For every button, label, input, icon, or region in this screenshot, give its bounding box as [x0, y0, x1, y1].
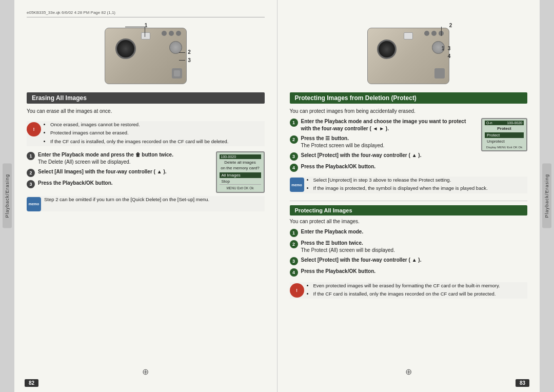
screen-option2: Stop [220, 179, 261, 185]
caution-icon-left: ! [27, 122, 41, 136]
step-3-bold: Press the Playback/OK button. [38, 180, 113, 186]
crosshair-left: ⊕ [142, 367, 149, 377]
step-r4-bold: Press the Playback/OK button. [301, 164, 376, 169]
step-r2-2-bold: Press the ☰ button twice. [301, 240, 363, 246]
memo-box-right: memo Select [Unprotect] in step 3 above … [290, 177, 528, 193]
memo-text-right: Select [Unprotect] in step 3 above to re… [307, 177, 488, 193]
step-num-r2-2: 2 [290, 240, 298, 248]
intro-text-left: You can erase all the images at once. [27, 108, 265, 115]
divider-right [290, 201, 528, 201]
memo-item-2: If the image is protected, the symbol is… [313, 185, 488, 191]
step-1-sub: The Delete (All) screen will be displaye… [38, 159, 131, 165]
step-r2: 2 Press the ☰ button. The Protect screen… [290, 135, 478, 149]
trash-icon: 🗑 [135, 152, 141, 158]
screen-footer: MENU Exit OK Ok [220, 186, 261, 190]
caution-box-right: ! Even protected images will be erased b… [290, 282, 528, 299]
callout-r1: 1 [442, 46, 445, 51]
memo-box-left: memo Step 2 can be omitted if you turn o… [27, 196, 265, 211]
step-content-r2-1: Enter the Playback mode. [301, 228, 528, 236]
step-num-r2: 2 [290, 135, 298, 144]
camera-area-right: 2 1 3 4 [290, 23, 528, 89]
control-inner [174, 70, 180, 76]
steps-area-right: 1 Enter the Playback mode and choose the… [290, 118, 528, 174]
step-content-3: Press the Playback/OK button. [38, 180, 212, 187]
step-content-r2: Press the ☰ button. The Protect screen w… [301, 135, 478, 149]
side-tab-left: Playback/Erasing [0, 0, 14, 392]
camera-lens-right [377, 40, 397, 59]
step-r2-1-bold: Enter the Playback mode. [301, 229, 364, 234]
menu-icon-2: ☰ [325, 240, 330, 246]
step-num-3: 3 [27, 180, 35, 188]
callout-r3: 3 [448, 46, 451, 51]
callout-line-3 [179, 60, 185, 61]
step-num-r1: 1 [290, 119, 298, 127]
memo-item-1: Select [Unprotect] in step 3 above to re… [313, 177, 488, 183]
caution-right-1: Even protected images will be erased by … [313, 282, 500, 289]
step-num-r4: 4 [290, 164, 298, 172]
camera-lens-left [115, 38, 136, 59]
memo-list-right: Select [Unprotect] in step 3 above to re… [307, 177, 488, 192]
step-r1: 1 Enter the Playback mode and choose the… [290, 118, 478, 132]
step-r2-bold: Press the ☰ button. [301, 135, 349, 141]
step-content-r4: Press the Playback/OK button. [301, 163, 478, 170]
caution-right-2: If the CF card is installed, only the im… [313, 290, 500, 297]
cam-btn-3 [176, 31, 181, 36]
protect-icon-label: O-n [486, 121, 492, 125]
caution-list-right: Even protected images will be erased by … [307, 282, 500, 298]
section2-intro: You can protect all the images. [290, 218, 528, 225]
step-num-r2-1: 1 [290, 229, 298, 237]
page-number-left: 82 [25, 379, 38, 387]
step-num-r2-4: 4 [290, 268, 298, 277]
section-title-left: Erasing All Images [27, 92, 265, 104]
section-title-right: Protecting Images from Deletion (Protect… [290, 92, 528, 104]
camera-top-buttons-left [162, 31, 181, 36]
camera-control-pad [172, 68, 182, 79]
screen-mockup-left: 100-0020 Delete all images on the memory… [216, 151, 265, 193]
callout-r4: 4 [448, 53, 451, 59]
step-r3-bold: Select [Protect] with the four-way contr… [301, 152, 422, 158]
step-num-1: 1 [27, 152, 35, 160]
callout-line-1h [125, 27, 146, 27]
camera-flash-left [141, 32, 150, 40]
step-content-r1: Enter the Playback mode and choose the i… [301, 118, 478, 132]
protect-screen-header: O-n 100-0020 [485, 121, 524, 125]
side-tab-right-text: Playback/Erasing [542, 164, 551, 228]
screen-header: 100-0020 [220, 154, 261, 159]
step-1-bold: Enter the Playback mode and press the 🗑 … [38, 152, 173, 158]
step-r2-2: 2 Press the ☰ button twice. The Protect … [290, 240, 528, 254]
protect-option1: Protect [485, 132, 524, 138]
protect-option2: Unprotect [485, 139, 524, 144]
section-title-right-2: Protecting All Images [290, 205, 528, 215]
step-content-1: Enter the Playback mode and press the 🗑 … [38, 151, 212, 166]
screen-menu-2: on the memory card? [220, 166, 261, 170]
callout-r2: 2 [449, 23, 452, 28]
callout-2: 2 [188, 49, 191, 55]
caution-item-1: Once erased, images cannot be restored. [50, 121, 228, 128]
caution-item-3: If the CF card is installed, only the im… [50, 138, 228, 145]
camera-area-left: 1 2 3 [27, 23, 265, 89]
memo-icon-right: memo [290, 178, 304, 192]
caution-text-left: Once erased, images cannot be restored. … [44, 121, 228, 146]
callout-3: 3 [188, 57, 191, 63]
step-r3: 3 Select [Protect] with the four-way con… [290, 152, 478, 161]
cam-btn-r1 [424, 31, 429, 36]
step-r2-3: 3 Select [Protect] with the four-way con… [290, 257, 528, 265]
cam-btn-r2 [431, 31, 437, 36]
step-1-left: 1 Enter the Playback mode and press the … [27, 151, 212, 166]
menu-icon: ☰ [325, 135, 330, 141]
step-num-r2-3: 3 [290, 257, 298, 265]
step-num-r3: 3 [290, 152, 298, 161]
steps-col-right: 1 Enter the Playback mode and choose the… [290, 118, 478, 174]
page-right: space 2 1 3 4 [278, 0, 540, 392]
protect-counter: 100-0020 [507, 121, 522, 125]
screen-option1: All Images [220, 172, 261, 178]
step-r4: 4 Press the Playback/OK button. [290, 163, 478, 172]
cam-btn-2 [169, 31, 174, 36]
side-tab-right: Playback/Erasing [540, 0, 554, 392]
protect-label: Protect [485, 126, 524, 131]
step-r1-bold: Enter the Playback mode and choose the i… [301, 119, 466, 131]
step-r2-4-bold: Press the Playback/OK button. [301, 268, 376, 274]
step-2-bold: Select [All Images] with the four-way co… [38, 169, 167, 174]
screen-menu-1: Delete all images [220, 160, 261, 165]
camera-control-pad-right [434, 68, 445, 79]
